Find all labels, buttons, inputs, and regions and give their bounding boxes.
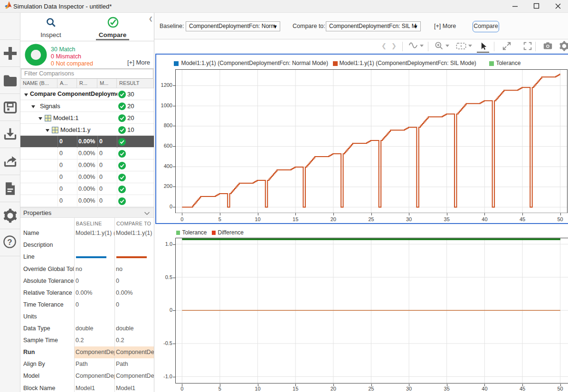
svg-text:?: ? (7, 237, 12, 246)
